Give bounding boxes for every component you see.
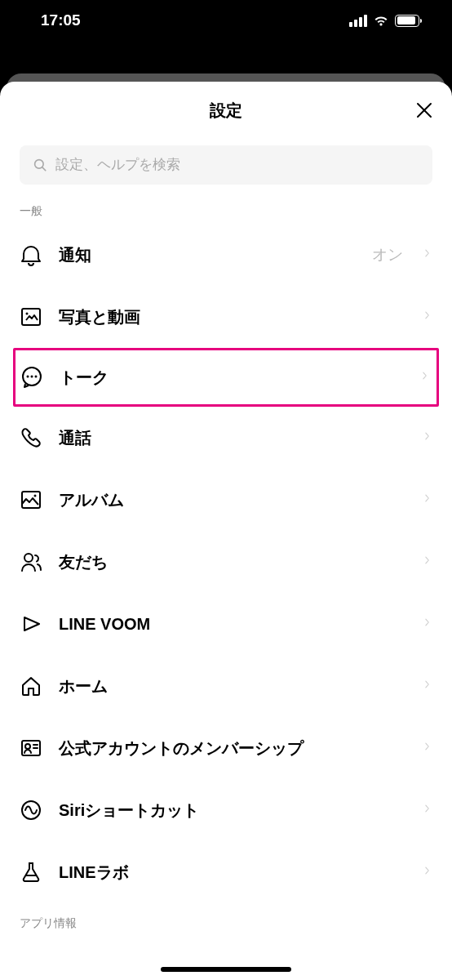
settings-row-home[interactable]: ホーム xyxy=(0,655,452,717)
chevron-right-icon xyxy=(423,801,432,819)
chat-icon xyxy=(20,366,43,389)
membership-icon xyxy=(20,737,42,760)
status-indicators xyxy=(349,15,419,27)
chevron-right-icon xyxy=(423,429,432,447)
status-time: 17:05 xyxy=(41,11,81,29)
chevron-right-icon xyxy=(423,677,432,695)
friends-icon xyxy=(20,550,42,573)
settings-row-siri[interactable]: Siriショートカット xyxy=(0,779,452,841)
row-label: 通知 xyxy=(59,244,356,266)
bell-icon xyxy=(20,243,42,266)
row-label: 写真と動画 xyxy=(59,306,406,328)
search-icon xyxy=(33,158,47,172)
row-label: 通話 xyxy=(59,427,406,449)
siri-icon xyxy=(20,799,42,822)
chevron-right-icon xyxy=(423,308,432,326)
section-label-appinfo: アプリ情報 xyxy=(0,910,452,936)
close-button[interactable] xyxy=(413,99,436,122)
phone-icon xyxy=(20,426,42,449)
settings-row-phone[interactable]: 通話 xyxy=(0,407,452,469)
chevron-right-icon xyxy=(423,246,432,264)
svg-line-3 xyxy=(42,167,46,171)
row-label: Siriショートカット xyxy=(59,800,406,822)
settings-list-general: 通知オン写真と動画トーク通話アルバム友だちLINE VOOMホーム公式アカウント… xyxy=(0,224,452,903)
search-input[interactable] xyxy=(55,157,419,173)
settings-row-friends[interactable]: 友だち xyxy=(0,531,452,593)
settings-row-lab[interactable]: LINEラボ xyxy=(0,841,452,903)
home-indicator[interactable] xyxy=(161,967,291,972)
row-label: ホーム xyxy=(59,675,406,697)
page-title: 設定 xyxy=(210,100,242,122)
chevron-right-icon xyxy=(423,615,432,633)
row-label: 公式アカウントのメンバーシップ xyxy=(59,737,406,760)
row-label: LINEラボ xyxy=(59,862,406,884)
settings-sheet: 設定 一般 通知オン写真と動画トーク通話アルバム友だちLINE VOOMホーム公… xyxy=(0,82,452,980)
settings-row-chat[interactable]: トーク xyxy=(13,348,439,407)
settings-row-bell[interactable]: 通知オン xyxy=(0,224,452,286)
search-box[interactable] xyxy=(20,145,432,185)
status-bar: 17:05 xyxy=(0,0,452,41)
row-label: トーク xyxy=(60,367,404,389)
chevron-right-icon xyxy=(423,553,432,571)
section-label-general: 一般 xyxy=(0,198,452,224)
close-icon xyxy=(414,100,434,120)
row-value: オン xyxy=(372,244,403,265)
row-label: 友だち xyxy=(59,551,406,573)
settings-row-membership[interactable]: 公式アカウントのメンバーシップ xyxy=(0,717,452,779)
chevron-right-icon xyxy=(423,863,432,881)
settings-row-album[interactable]: アルバム xyxy=(0,469,452,531)
chevron-right-icon xyxy=(423,491,432,509)
cellular-signal-icon xyxy=(349,15,367,27)
chevron-right-icon xyxy=(420,368,430,386)
photo-icon xyxy=(20,305,42,328)
voom-icon xyxy=(20,612,42,635)
row-label: アルバム xyxy=(59,489,406,511)
settings-row-voom[interactable]: LINE VOOM xyxy=(0,593,452,655)
row-label: LINE VOOM xyxy=(59,615,406,634)
battery-icon xyxy=(395,15,419,27)
settings-row-photo[interactable]: 写真と動画 xyxy=(0,286,452,348)
home-icon xyxy=(20,675,42,697)
wifi-icon xyxy=(373,15,389,27)
album-icon xyxy=(20,488,42,511)
chevron-right-icon xyxy=(423,739,432,757)
lab-icon xyxy=(20,861,42,884)
sheet-header: 設定 xyxy=(0,82,452,139)
